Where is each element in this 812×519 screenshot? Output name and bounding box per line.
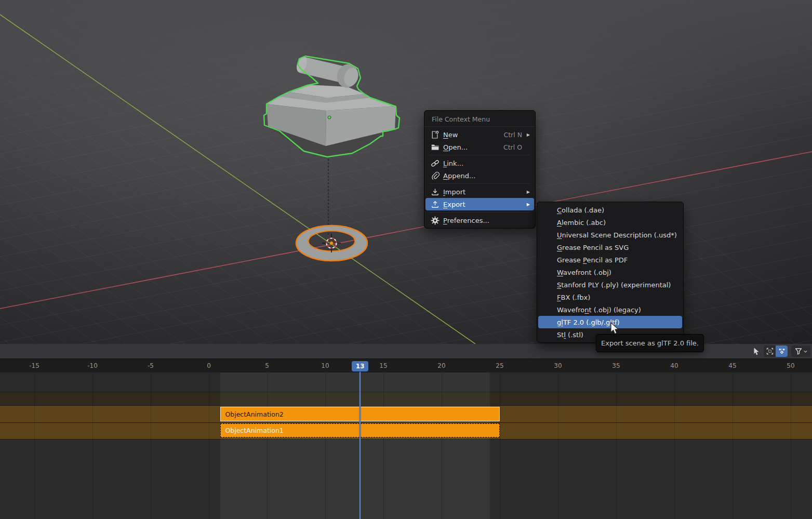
ruler-tick-10: 10	[321, 362, 329, 369]
timeline-tracks[interactable]: ObjectAnimation2ObjectAnimation1	[0, 372, 812, 519]
menu-item-alembic-abc[interactable]: Alembic (.abc)	[538, 216, 682, 229]
box-select-icon	[766, 347, 774, 355]
grid-line	[92, 372, 93, 519]
playhead[interactable]	[360, 372, 361, 519]
current-frame-badge[interactable]: 13	[352, 361, 368, 371]
menu-item-grease-pencil-as-svg[interactable]: Grease Pencil as SVG	[538, 241, 682, 254]
ruler-tick-35: 35	[612, 362, 620, 369]
timeline-toolbar	[750, 345, 810, 357]
grid-line	[209, 372, 209, 519]
menu-item-label: Open...	[443, 143, 497, 151]
menu-item-append[interactable]: Append...	[425, 169, 534, 182]
tooltip: Export scene as glTF 2.0 file.	[596, 334, 704, 352]
grid-line	[558, 372, 558, 519]
strip-label: ObjectAnimation1	[225, 427, 283, 434]
ruler-tick-25: 25	[496, 362, 503, 369]
ruler-tick-5: 5	[265, 362, 269, 369]
grid-line	[442, 372, 442, 519]
gear-icon	[431, 216, 440, 225]
box-select-button[interactable]	[764, 345, 776, 357]
link-icon	[431, 159, 440, 168]
dot-diamond-button[interactable]	[776, 345, 788, 357]
menu-item-label: Export	[443, 201, 522, 208]
menu-item-link[interactable]: Link...	[425, 157, 534, 169]
menu-item-export[interactable]: Export▶	[425, 198, 534, 210]
torus-origin-dot	[329, 241, 333, 245]
menu-item-label: Collada (.dae)	[557, 206, 678, 214]
ruler-tick-40: 40	[670, 362, 678, 369]
menu-item-label: Wavefront (.obj) (legacy)	[557, 306, 678, 314]
menu-separator	[429, 183, 530, 184]
grid-fog	[0, 0, 812, 135]
menu-item-label: Alembic (.abc)	[557, 219, 678, 227]
menu-item-stanford-ply-ply-experimental[interactable]: Stanford PLY (.ply) (experimental)	[538, 278, 682, 291]
grid-line	[383, 372, 384, 519]
menu-item-label: Universal Scene Description (.usd*)	[557, 231, 678, 239]
paperclip-icon	[431, 171, 440, 180]
menu-item-label: Grease Pencil as SVG	[557, 244, 678, 251]
ruler-tick--10: -10	[87, 362, 98, 369]
object-origin-dot	[328, 116, 331, 119]
submenu-arrow-icon: ▶	[524, 202, 530, 207]
blender-window: 13 -15-10-505101520253035404550 ObjectAn…	[0, 0, 812, 519]
grid-line	[733, 372, 733, 519]
menu-item-universal-scene-description-usd[interactable]: Universal Scene Description (.usd*)	[538, 229, 682, 241]
grid-line	[791, 372, 791, 519]
menu-item-wavefront-obj[interactable]: Wavefront (.obj)	[538, 266, 682, 278]
menu-item-wavefront-obj-legacy[interactable]: Wavefront (.obj) (legacy)	[538, 303, 682, 316]
viewport-canvas	[0, 0, 812, 344]
menu-item-collada-dae[interactable]: Collada (.dae)	[538, 204, 682, 216]
menu-item-label: Link...	[443, 159, 522, 167]
ruler-tick-15: 15	[379, 362, 387, 369]
filter-icon	[794, 347, 803, 355]
menu-item-fbx-fbx[interactable]: FBX (.fbx)	[538, 291, 682, 303]
grid-line	[616, 372, 617, 519]
menu-item-label: Preferences...	[443, 217, 522, 224]
filter-button[interactable]	[791, 345, 810, 357]
ruler-tick-20: 20	[437, 362, 445, 369]
menu-item-new[interactable]: NewCtrl N▶	[425, 128, 534, 141]
menu-item-shortcut: Ctrl O	[503, 143, 522, 151]
menu-item-label: Stanford PLY (.ply) (experimental)	[557, 281, 678, 289]
ruler-tick-45: 45	[728, 362, 736, 369]
grid-line	[34, 372, 35, 519]
grid-line	[674, 372, 675, 519]
folder-open-icon	[431, 143, 440, 152]
ruler-tick-30: 30	[554, 362, 562, 369]
menu-item-label: Wavefront (.obj)	[557, 269, 678, 276]
menu-item-label: FBX (.fbx)	[557, 294, 678, 301]
menu-item-shortcut: Ctrl N	[503, 131, 522, 139]
mouse-cursor	[609, 322, 620, 336]
ruler-tick-0: 0	[207, 362, 211, 369]
menu-item-open[interactable]: Open...Ctrl O	[425, 141, 534, 153]
select-cursor-button[interactable]	[750, 345, 762, 357]
file-new-icon	[431, 130, 440, 139]
menu-item-label: Append...	[443, 172, 522, 180]
frame-range-band	[220, 372, 489, 519]
timeline-ruler[interactable]: 13 -15-10-505101520253035404550	[0, 358, 812, 372]
ruler-tick-50: 50	[787, 362, 794, 369]
tooltip-text: Export scene as glTF 2.0 file.	[601, 339, 699, 347]
grid-line	[151, 372, 151, 519]
ruler-tick--15: -15	[29, 362, 39, 369]
menu-item-import[interactable]: Import▶	[425, 185, 534, 198]
export-icon	[431, 200, 440, 209]
menu-title: File Context Menu	[424, 112, 535, 127]
grid-line	[500, 372, 500, 519]
grid-line	[325, 372, 326, 519]
menu-separator	[429, 212, 530, 212]
select-cursor-icon	[752, 347, 761, 355]
menu-separator	[429, 155, 530, 155]
strip-label: ObjectAnimation2	[225, 410, 283, 418]
3d-viewport[interactable]	[0, 0, 812, 344]
import-icon	[431, 188, 440, 196]
file-context-menu: File Context Menu NewCtrl N▶Open...Ctrl …	[424, 110, 536, 229]
menu-item-label: Grease Pencil as PDF	[557, 256, 678, 264]
submenu-arrow-icon: ▶	[524, 190, 530, 194]
submenu-arrow-icon: ▶	[524, 132, 530, 137]
menu-item-label: Import	[443, 188, 522, 196]
grid-line	[267, 372, 268, 519]
menu-item-grease-pencil-as-pdf[interactable]: Grease Pencil as PDF	[538, 254, 682, 266]
menu-item-preferences[interactable]: Preferences...	[425, 214, 534, 227]
dot-diamond-icon	[778, 347, 786, 355]
